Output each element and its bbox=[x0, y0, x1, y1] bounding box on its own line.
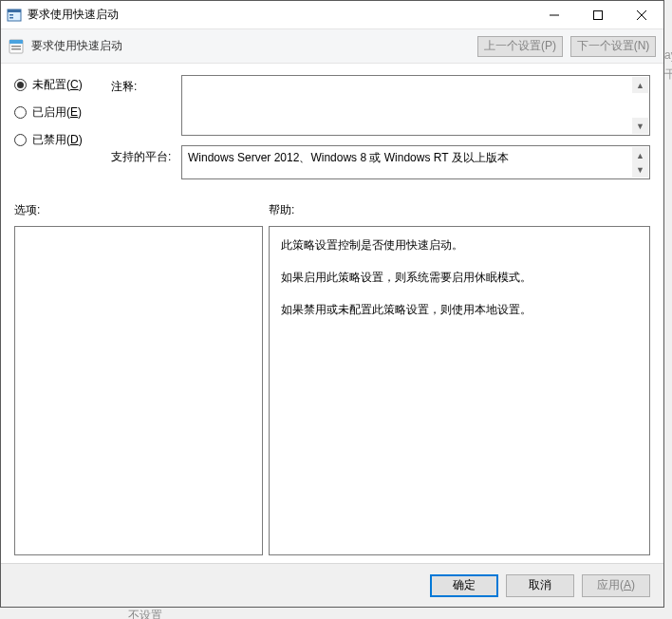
apply-label: 应用(A) bbox=[597, 577, 635, 593]
section-headers: 选项: 帮助: bbox=[14, 202, 650, 218]
dialog-footer: 确定 取消 应用(A) bbox=[1, 563, 663, 607]
platform-row: 支持的平台: Windows Server 2012、Windows 8 或 W… bbox=[111, 145, 650, 179]
cancel-label: 取消 bbox=[529, 577, 551, 593]
platform-value: Windows Server 2012、Windows 8 或 Windows … bbox=[188, 151, 509, 164]
help-header: 帮助: bbox=[269, 202, 650, 218]
body: 未配置(C) 已启用(E) 已禁用(D) 注释: ▲ bbox=[1, 64, 663, 563]
svg-rect-9 bbox=[9, 40, 23, 44]
maximize-button[interactable] bbox=[576, 1, 620, 28]
state-radios: 未配置(C) 已启用(E) 已禁用(D) bbox=[14, 75, 100, 179]
top-block: 未配置(C) 已启用(E) 已禁用(D) 注释: ▲ bbox=[14, 75, 650, 179]
radio-enabled[interactable]: 已启用(E) bbox=[14, 104, 100, 121]
radio-indicator bbox=[14, 134, 27, 146]
scroll-down-icon[interactable]: ▼ bbox=[632, 161, 648, 178]
minimize-button[interactable] bbox=[532, 1, 576, 28]
svg-rect-5 bbox=[594, 10, 603, 19]
window-controls bbox=[532, 1, 663, 28]
prev-setting-label: 上一个设置(P) bbox=[484, 38, 556, 54]
help-paragraph: 如果启用此策略设置，则系统需要启用休眠模式。 bbox=[281, 269, 638, 286]
scroll-up-icon[interactable]: ▲ bbox=[632, 77, 648, 93]
policy-icon bbox=[9, 39, 24, 54]
cancel-button[interactable]: 取消 bbox=[506, 574, 574, 597]
help-pane: 此策略设置控制是否使用快速启动。 如果启用此策略设置，则系统需要启用休眠模式。 … bbox=[269, 226, 650, 555]
split-panes: 此策略设置控制是否使用快速启动。 如果启用此策略设置，则系统需要启用休眠模式。 … bbox=[14, 226, 650, 555]
fields: 注释: ▲ ▼ 支持的平台: Windows Server 2012、Windo… bbox=[111, 75, 650, 179]
comment-textarea[interactable]: ▲ ▼ bbox=[181, 75, 650, 136]
svg-rect-2 bbox=[9, 14, 13, 16]
behind-text: 不设置 bbox=[128, 608, 162, 619]
comment-label: 注释: bbox=[111, 75, 174, 136]
comment-row: 注释: ▲ ▼ bbox=[111, 75, 650, 136]
prev-setting-button[interactable]: 上一个设置(P) bbox=[477, 36, 563, 57]
radio-label-disabled: 已禁用(D) bbox=[32, 132, 83, 148]
svg-rect-1 bbox=[8, 9, 21, 12]
svg-rect-10 bbox=[11, 46, 21, 47]
options-pane bbox=[14, 226, 263, 555]
radio-label-enabled: 已启用(E) bbox=[32, 104, 82, 121]
radio-not-configured[interactable]: 未配置(C) bbox=[14, 77, 100, 93]
help-paragraph: 此策略设置控制是否使用快速启动。 bbox=[281, 236, 638, 253]
ok-button[interactable]: 确定 bbox=[430, 574, 498, 597]
radio-indicator bbox=[14, 79, 27, 91]
platform-box: Windows Server 2012、Windows 8 或 Windows … bbox=[181, 145, 650, 179]
ok-label: 确定 bbox=[453, 577, 476, 593]
radio-label-not-configured: 未配置(C) bbox=[32, 77, 83, 93]
scroll-down-icon[interactable]: ▼ bbox=[632, 118, 648, 134]
options-header: 选项: bbox=[14, 202, 269, 218]
radio-disabled[interactable]: 已禁用(D) bbox=[14, 132, 100, 148]
policy-dialog: 要求使用快速启动 要求使用快速启动 上一个设置(P) bbox=[0, 0, 664, 608]
toolbar: 要求使用快速启动 上一个设置(P) 下一个设置(N) bbox=[1, 29, 663, 64]
svg-rect-3 bbox=[9, 17, 13, 19]
behind-right: ay 干 bbox=[664, 46, 672, 84]
close-button[interactable] bbox=[620, 1, 663, 28]
radio-indicator bbox=[14, 106, 27, 119]
svg-rect-11 bbox=[11, 48, 21, 50]
window-title: 要求使用快速启动 bbox=[28, 7, 532, 23]
titlebar: 要求使用快速启动 bbox=[1, 1, 663, 29]
help-paragraph: 如果禁用或未配置此策略设置，则使用本地设置。 bbox=[281, 301, 638, 318]
toolbar-title: 要求使用快速启动 bbox=[31, 38, 470, 54]
next-setting-label: 下一个设置(N) bbox=[577, 38, 650, 54]
next-setting-button[interactable]: 下一个设置(N) bbox=[570, 36, 656, 57]
platform-label: 支持的平台: bbox=[111, 145, 174, 179]
app-icon bbox=[7, 8, 22, 23]
apply-button[interactable]: 应用(A) bbox=[582, 574, 650, 597]
